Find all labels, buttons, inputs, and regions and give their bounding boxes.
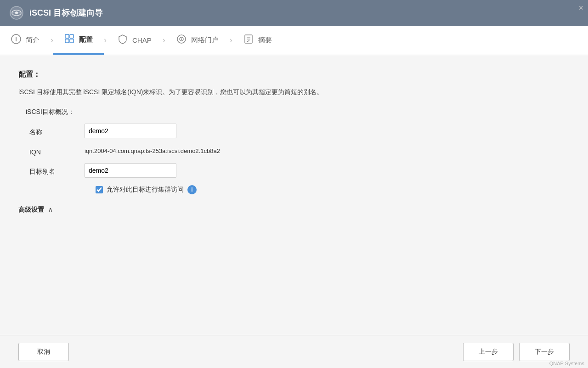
footer-left: 取消 <box>18 343 69 361</box>
chevron-up-icon: ∧ <box>48 205 53 214</box>
watermark: QNAP Systems <box>549 361 584 366</box>
next-button[interactable]: 下一步 <box>519 343 570 361</box>
footer-right: 上一步 下一步 <box>463 343 570 361</box>
step-intro-label: 简介 <box>26 36 40 45</box>
step-chap[interactable]: CHAP <box>107 26 163 55</box>
section-desc: iSCSI 目标使用其完整 iSCSI 限定域名(IQN)来标识。为了更容易识别… <box>18 87 570 97</box>
name-input[interactable] <box>85 124 176 138</box>
dialog-title: iSCSI 目标创建向导 <box>29 7 103 18</box>
name-label: 名称 <box>29 124 85 138</box>
advanced-label: 高级设置 <box>18 206 44 214</box>
step-summary-label: 摘要 <box>258 36 272 45</box>
cancel-button[interactable]: 取消 <box>18 343 69 361</box>
alias-input-wrapper <box>85 163 351 178</box>
svg-point-12 <box>181 39 182 40</box>
prev-button[interactable]: 上一步 <box>463 343 514 361</box>
iqn-value: iqn.2004-04.com.qnap:ts-253a:iscsi.demo2… <box>85 146 351 156</box>
dialog-header: iSCSI 目标创建向导 × <box>0 0 588 26</box>
config-icon <box>64 34 74 46</box>
step-portal[interactable]: 网络门户 <box>165 26 230 55</box>
dialog-body: 配置： iSCSI 目标使用其完整 iSCSI 限定域名(IQN)来标识。为了更… <box>0 55 588 335</box>
form-grid: 名称 IQN iqn.2004-04.com.qnap:ts-253a:iscs… <box>29 124 351 178</box>
cluster-access-label[interactable]: 允许对此目标进行集群访问 <box>107 186 184 194</box>
iqn-text: iqn.2004-04.com.qnap:ts-253a:iscsi.demo2… <box>85 147 220 154</box>
summary-icon <box>243 34 254 46</box>
name-input-wrapper <box>85 124 351 138</box>
chap-icon <box>118 34 128 46</box>
svg-rect-6 <box>65 34 69 38</box>
wizard-steps: i 简介 › 配置 › CHA <box>0 26 588 55</box>
svg-rect-8 <box>65 39 69 43</box>
step-summary[interactable]: 摘要 <box>232 26 283 55</box>
step-chap-label: CHAP <box>132 36 152 44</box>
dialog: iSCSI 目标创建向导 × i 简介 › 配 <box>0 0 588 368</box>
alias-input[interactable] <box>85 163 176 178</box>
section-title: 配置： <box>18 70 570 79</box>
svg-rect-9 <box>70 39 74 43</box>
iqn-label: IQN <box>29 146 85 156</box>
step-portal-label: 网络门户 <box>191 36 219 45</box>
subsection-title: iSCSI目标概况： <box>26 108 570 116</box>
step-config-label: 配置 <box>79 35 93 44</box>
step-intro[interactable]: i 简介 <box>0 26 51 55</box>
svg-point-3 <box>15 11 18 14</box>
close-button[interactable]: × <box>578 4 583 12</box>
iscsi-icon <box>9 6 24 20</box>
intro-icon: i <box>11 34 21 46</box>
cluster-access-checkbox[interactable] <box>96 186 103 193</box>
alias-label: 目标别名 <box>29 163 85 178</box>
info-icon[interactable]: i <box>187 185 197 194</box>
dialog-footer: 取消 上一步 下一步 <box>0 335 588 368</box>
step-config[interactable]: 配置 <box>53 26 104 55</box>
svg-rect-7 <box>70 34 74 38</box>
portal-icon <box>176 34 187 46</box>
cluster-access-row: 允许对此目标进行集群访问 i <box>18 185 570 194</box>
advanced-settings-row[interactable]: 高级设置 ∧ <box>18 205 570 214</box>
svg-text:i: i <box>15 36 17 43</box>
